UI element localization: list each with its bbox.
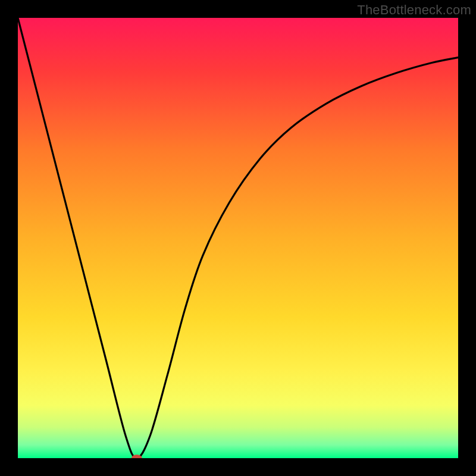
chart-frame: TheBottleneck.com bbox=[0, 0, 476, 476]
plot-area bbox=[18, 18, 458, 458]
gradient-background bbox=[18, 18, 458, 458]
watermark-text: TheBottleneck.com bbox=[357, 2, 471, 18]
chart-svg bbox=[18, 18, 458, 458]
